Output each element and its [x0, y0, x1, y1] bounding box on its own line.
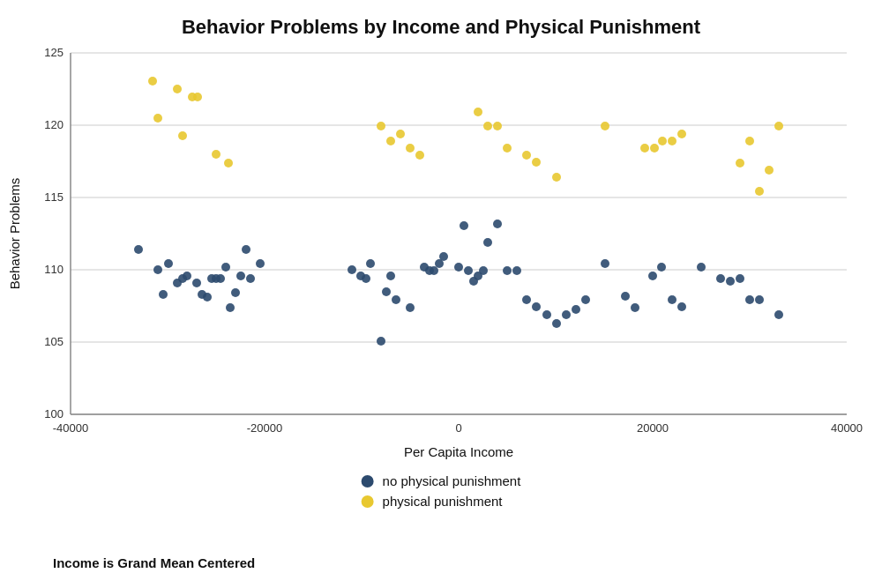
svg-point-25 [236, 272, 245, 280]
svg-point-79 [193, 93, 202, 101]
legend-label-punishment: physical punishment [383, 494, 503, 509]
svg-point-93 [552, 173, 561, 182]
chart-legend: no physical punishment physical punishme… [362, 473, 521, 509]
svg-point-74 [148, 77, 157, 86]
svg-point-27 [246, 274, 255, 283]
svg-point-40 [430, 266, 438, 275]
svg-point-86 [415, 151, 424, 160]
svg-point-26 [242, 245, 250, 254]
svg-point-70 [736, 274, 744, 283]
svg-point-32 [366, 259, 375, 268]
svg-point-10 [153, 265, 162, 274]
x-tick-20000: 20000 [637, 421, 669, 435]
svg-point-36 [392, 295, 400, 304]
svg-point-85 [406, 144, 415, 153]
svg-point-77 [178, 131, 187, 140]
y-tick-120: 120 [44, 118, 64, 131]
svg-point-42 [439, 252, 448, 261]
x-tick-n40000: -40000 [53, 421, 88, 435]
x-tick-n20000: -20000 [247, 421, 282, 435]
y-tick-105: 105 [44, 335, 64, 348]
legend-item-no-punishment: no physical punishment [362, 473, 521, 488]
svg-point-29 [348, 265, 356, 274]
svg-point-15 [183, 272, 191, 280]
chart-container: Behavior Problems by Income and Physical… [0, 0, 882, 588]
svg-point-31 [362, 274, 370, 283]
svg-rect-0 [71, 53, 847, 414]
scatter-points [134, 77, 783, 346]
svg-point-76 [173, 85, 182, 93]
svg-point-96 [650, 144, 659, 153]
svg-point-83 [386, 137, 395, 145]
svg-point-9 [134, 245, 143, 254]
svg-point-45 [464, 266, 473, 275]
y-tick-100: 100 [44, 407, 64, 421]
svg-point-12 [159, 290, 168, 299]
svg-point-98 [668, 137, 676, 145]
svg-point-59 [581, 295, 590, 304]
svg-point-33 [377, 337, 385, 346]
svg-point-11 [164, 259, 173, 268]
svg-point-60 [601, 259, 609, 268]
svg-point-43 [454, 263, 463, 272]
y-tick-125: 125 [44, 46, 64, 59]
svg-point-49 [483, 238, 492, 247]
svg-point-82 [377, 122, 385, 130]
y-tick-110: 110 [44, 263, 64, 276]
svg-point-56 [552, 319, 561, 328]
svg-point-71 [745, 295, 754, 304]
svg-point-104 [774, 122, 783, 130]
y-axis-label: Behavior Problems [7, 178, 22, 290]
svg-point-28 [256, 259, 265, 268]
svg-point-89 [493, 122, 502, 130]
svg-point-91 [522, 151, 531, 160]
svg-point-100 [736, 159, 744, 167]
svg-point-90 [503, 144, 512, 153]
svg-point-95 [640, 144, 649, 153]
legend-dot-punishment [362, 495, 374, 508]
svg-point-102 [755, 187, 764, 196]
svg-point-103 [765, 166, 774, 175]
svg-point-57 [562, 310, 571, 319]
svg-point-81 [224, 159, 233, 167]
svg-point-50 [493, 220, 502, 228]
svg-point-67 [697, 263, 706, 272]
x-tick-40000: 40000 [831, 421, 863, 435]
svg-point-97 [658, 137, 667, 145]
svg-point-68 [716, 274, 725, 283]
svg-point-34 [382, 287, 391, 296]
svg-point-65 [668, 295, 676, 304]
svg-point-51 [503, 266, 512, 275]
svg-point-99 [677, 130, 686, 138]
svg-point-84 [396, 130, 405, 138]
svg-point-35 [386, 272, 395, 280]
svg-point-21 [216, 274, 225, 283]
svg-point-94 [601, 122, 609, 130]
svg-point-101 [745, 137, 754, 145]
svg-point-54 [532, 302, 541, 311]
svg-point-63 [648, 272, 657, 280]
svg-point-88 [483, 122, 492, 130]
svg-point-75 [153, 114, 162, 123]
svg-point-37 [406, 303, 415, 312]
svg-point-72 [755, 295, 764, 304]
x-tick-0: 0 [455, 421, 461, 435]
svg-point-69 [726, 277, 735, 286]
svg-point-62 [631, 303, 639, 312]
svg-point-22 [221, 263, 230, 272]
svg-point-80 [212, 150, 220, 159]
legend-item-punishment: physical punishment [362, 494, 521, 509]
svg-point-73 [774, 310, 783, 319]
legend-dot-no-punishment [362, 475, 374, 488]
svg-point-48 [479, 266, 488, 275]
svg-point-92 [532, 158, 541, 167]
chart-footnote: Income is Grand Mean Centered [53, 555, 255, 570]
legend-label-no-punishment: no physical punishment [383, 473, 521, 488]
svg-point-55 [542, 310, 551, 319]
svg-point-61 [621, 292, 630, 301]
svg-point-44 [460, 221, 468, 230]
svg-point-52 [512, 266, 521, 275]
svg-point-23 [226, 303, 235, 312]
svg-point-64 [657, 263, 666, 272]
x-axis-label: Per Capita Income [404, 444, 513, 459]
